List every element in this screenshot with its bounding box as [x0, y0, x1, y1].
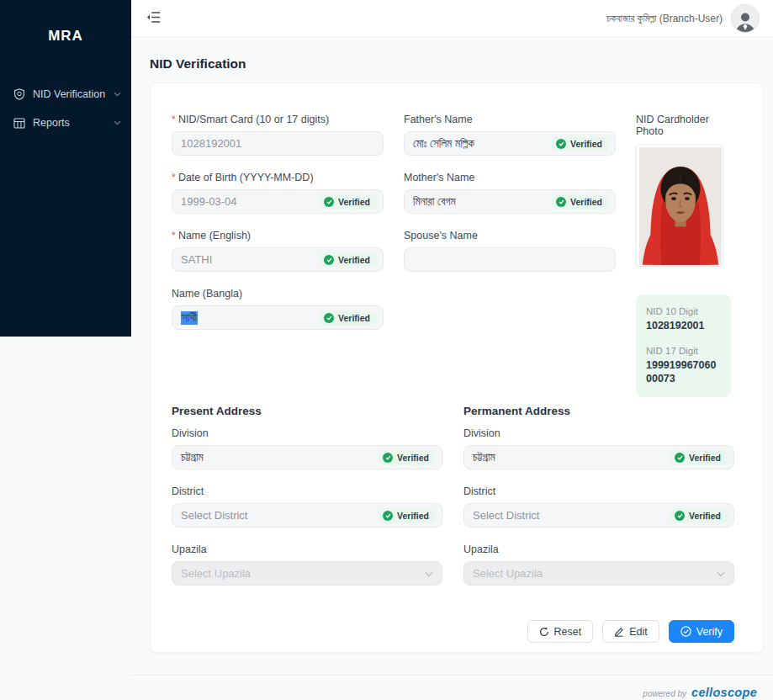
verified-badge: Verified [670, 508, 728, 523]
chevron-down-icon [114, 120, 121, 125]
field-father-name: Father's Name মোঃ সেলিম মল্লিক Verified [404, 114, 616, 156]
field-label: Upazila [463, 544, 734, 555]
name-english-input[interactable]: SATHI Verified [172, 247, 384, 272]
reset-button[interactable]: Reset [527, 620, 594, 643]
select-placeholder: Select District [473, 509, 539, 522]
field-permanent-division: Division চট্টগ্রাম Verified [463, 427, 734, 469]
user-menu[interactable]: চকবাজার কুমিল্লা (Branch-User) [606, 4, 760, 33]
verified-badge: Verified [670, 450, 728, 465]
mother-name-input[interactable]: মিনারা বেগম Verified [404, 189, 616, 214]
select-placeholder: Select District [181, 509, 247, 522]
field-label: *NID/Smart Card (10 or 17 digits) [172, 114, 384, 125]
verify-button[interactable]: Verify [669, 620, 734, 643]
shield-verified-icon [13, 88, 25, 100]
edit-pencil-icon [614, 627, 624, 637]
field-label: *Date of Birth (YYYY-MM-DD) [172, 172, 384, 183]
field-label: District [463, 485, 734, 497]
check-circle-icon [324, 313, 334, 323]
present-district-select[interactable]: Select District Verified [172, 503, 442, 528]
required-marker: * [172, 230, 176, 241]
field-label: Father's Name [404, 114, 616, 125]
field-label: Name (Bangla) [172, 288, 384, 300]
avatar [731, 4, 760, 33]
check-circle-icon [556, 139, 566, 149]
select-placeholder: Select Upazila [473, 567, 543, 580]
check-circle-icon [383, 453, 393, 463]
permanent-upazila-select[interactable]: Select Upazila [463, 561, 734, 586]
nid-summary-box: NID 10 Digit 1028192001 NID 17 Digit 199… [636, 294, 731, 397]
verified-badge: Verified [551, 136, 610, 151]
check-circle-icon [556, 197, 566, 207]
select-placeholder: Select Upazila [181, 567, 251, 580]
chevron-down-icon [425, 567, 433, 580]
nid-17-value: 19991996706000073 [646, 358, 721, 386]
input-value: মিনারা বেগম [413, 195, 456, 209]
sidebar-panel: MRA NID Verification Reports [0, 0, 131, 337]
input-value: 1028192001 [181, 137, 241, 150]
menu-fold-icon [146, 11, 161, 26]
field-label: Division [463, 427, 734, 439]
topbar: চকবাজার কুমিল্লা (Branch-User) [131, 0, 773, 37]
page-title: NID Verification [150, 56, 773, 72]
reload-icon [539, 627, 549, 637]
celloscope-logo: celloscope [691, 686, 757, 699]
nid-10-digit: NID 10 Digit 1028192001 [646, 306, 721, 332]
input-value-selected: সাথী [181, 311, 198, 325]
form-column-left: *NID/Smart Card (10 or 17 digits) 102819… [172, 114, 384, 397]
field-present-upazila: Upazila Select Upazila [172, 544, 442, 586]
verified-badge: Verified [319, 310, 378, 326]
form-actions: Reset Edit Verify [172, 620, 734, 643]
father-name-input[interactable]: মোঃ সেলিম মল্লিক Verified [404, 131, 616, 156]
main-area: চকবাজার কুমিল্লা (Branch-User) NID Verif… [131, 0, 773, 700]
nid-17-digit: NID 17 Digit 19991996706000073 [646, 346, 721, 386]
edit-button[interactable]: Edit [602, 620, 659, 643]
date-of-birth-input[interactable]: 1999-03-04 Verified [172, 189, 384, 214]
check-circle-icon [324, 197, 334, 207]
field-permanent-upazila: Upazila Select Upazila [463, 544, 734, 586]
nid-verification-card: *NID/Smart Card (10 or 17 digits) 102819… [150, 82, 764, 653]
field-present-district: District Select District Verified [172, 485, 442, 528]
table-icon [13, 118, 25, 129]
user-name: চকবাজার কুমিল্লা (Branch-User) [606, 13, 723, 24]
input-value: চট্টগ্রাম [181, 451, 204, 464]
field-label: District [172, 485, 442, 497]
sidebar-item-reports[interactable]: Reports [0, 109, 131, 137]
field-label: Division [172, 427, 442, 439]
field-name-english: *Name (English) SATHI Verified [172, 230, 384, 272]
permanent-division-input[interactable]: চট্টগ্রাম Verified [463, 445, 734, 469]
input-value: SATHI [181, 253, 212, 266]
name-bangla-input[interactable]: সাথী Verified [172, 305, 384, 330]
present-upazila-select[interactable]: Select Upazila [172, 561, 442, 586]
sidebar-nav: NID Verification Reports [0, 80, 131, 137]
verified-badge: Verified [319, 252, 378, 268]
spouse-name-input[interactable] [404, 247, 616, 272]
address-section: Present Address Division চট্টগ্রাম Verif… [172, 405, 734, 602]
field-spouse-name: Spouse's Name [404, 230, 616, 272]
app-layout: MRA NID Verification Reports [0, 0, 773, 700]
field-label: Spouse's Name [404, 230, 616, 241]
sidebar: MRA NID Verification Reports [0, 0, 131, 700]
permanent-district-select[interactable]: Select District Verified [463, 503, 734, 528]
field-permanent-district: District Select District Verified [463, 485, 734, 528]
sidebar-item-nid-verification[interactable]: NID Verification [0, 80, 131, 109]
nid-10-label: NID 10 Digit [646, 306, 721, 316]
field-date-of-birth: *Date of Birth (YYYY-MM-DD) 1999-03-04 V… [172, 172, 384, 214]
verified-badge: Verified [378, 508, 437, 523]
footer: powered bycelloscope [131, 675, 773, 700]
permanent-address-title: Permanent Address [463, 405, 734, 417]
field-present-division: Division চট্টগ্রাম Verified [172, 427, 442, 469]
present-address-title: Present Address [172, 405, 442, 417]
sidebar-item-label: Reports [33, 117, 70, 129]
field-label: Upazila [172, 544, 442, 555]
form-fields: *NID/Smart Card (10 or 17 digits) 102819… [172, 114, 734, 397]
present-division-input[interactable]: চট্টগ্রাম Verified [172, 445, 442, 469]
nid-10-value: 1028192001 [646, 319, 721, 332]
nid-number-input[interactable]: 1028192001 [172, 131, 384, 156]
check-circle-icon [324, 255, 334, 265]
chevron-down-icon [717, 567, 725, 580]
required-marker: * [172, 172, 176, 183]
powered-by-text: powered by [643, 689, 686, 698]
input-value: চট্টগ্রাম [473, 451, 495, 464]
field-name-bangla: Name (Bangla) সাথী Verified [172, 288, 384, 330]
sidebar-collapse-button[interactable] [145, 9, 162, 28]
